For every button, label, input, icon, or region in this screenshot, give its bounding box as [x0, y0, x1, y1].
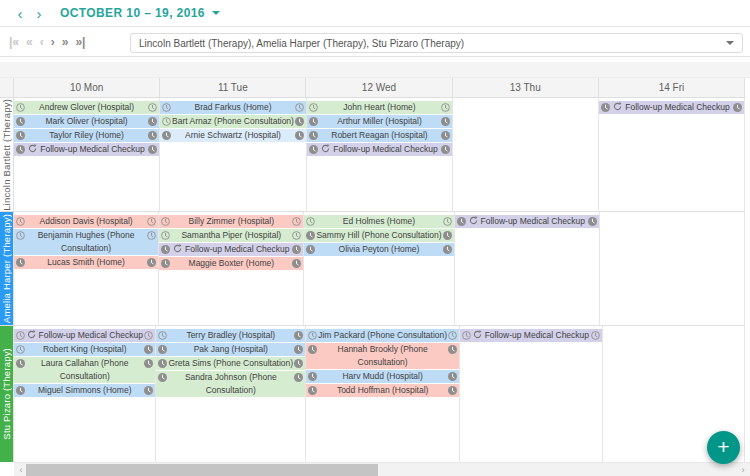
day-cell[interactable]: John Heart (Home)Arthur Miller (Hospital…	[307, 98, 453, 211]
appointment[interactable]: Todd Hoffman (Hospital)	[306, 384, 459, 397]
day-cell[interactable]: Follow-up Medical Checkup	[455, 212, 600, 325]
clock-filled-icon	[16, 131, 25, 140]
appointment[interactable]: Maggie Boxter (Home)	[159, 257, 303, 270]
prev-period-icon[interactable]: ‹	[13, 6, 27, 21]
day-cell[interactable]: Brad Farkus (Home)Bart Arnaz (Phone Cons…	[160, 98, 307, 211]
recurrence-icon	[613, 102, 622, 111]
appointment-title: Samantha Piper (Hospital)	[181, 230, 281, 240]
appointment[interactable]: Samantha Piper (Hospital)	[159, 229, 303, 242]
appointment[interactable]: Robert King (Hospital)	[14, 343, 155, 356]
clock-outline-icon	[162, 117, 171, 126]
appointment[interactable]: Taylor Riley (Home)	[14, 129, 159, 142]
appointment[interactable]: Follow-up Medical Checkup	[14, 143, 159, 156]
appointment[interactable]: Laura Callahan (Phone Consultation)	[14, 357, 155, 383]
day-cell[interactable]	[600, 212, 745, 325]
clock-filled-icon	[441, 145, 450, 154]
groups: Lincoln Bartlett (Therapy)Andrew Glover …	[0, 98, 745, 462]
appointment[interactable]: Terry Bradley (Hospital)	[156, 329, 305, 342]
appointment-title: Follow-up Medical Checkup	[473, 330, 589, 340]
appointment[interactable]: Ed Holmes (Home)	[304, 215, 453, 228]
appointment-title: Brad Farkus (Home)	[194, 102, 271, 112]
appointment[interactable]: Arnie Schwartz (Hospital)	[160, 129, 306, 142]
recurrence-icon	[173, 244, 182, 253]
clock-outline-icon	[147, 231, 156, 240]
appointment[interactable]: Bart Arnaz (Phone Consultation)	[160, 115, 306, 128]
appointment-title: Taylor Riley (Home)	[49, 130, 124, 140]
clock-outline-icon	[16, 103, 25, 112]
appointment[interactable]: Lucas Smith (Home)	[14, 256, 158, 269]
appointment[interactable]: Addison Davis (Hospital)	[14, 215, 158, 228]
clock-outline-icon	[292, 231, 301, 240]
appointment-title: Mark Oliver (Hospital)	[45, 116, 127, 126]
appointment[interactable]: Miguel Simmons (Home)	[14, 384, 155, 397]
pager-last-button[interactable]: »|	[75, 36, 85, 48]
appointment[interactable]: Benjamin Hughes (Phone Consultation)	[14, 229, 158, 255]
add-appointment-button[interactable]: +	[707, 431, 740, 464]
clock-outline-icon	[292, 217, 301, 226]
appointment[interactable]: Greta Sims (Phone Consultation)	[156, 357, 305, 370]
next-period-icon[interactable]: ›	[32, 6, 46, 21]
clock-filled-icon	[16, 258, 25, 267]
scroll-right-icon[interactable]: ›	[737, 464, 749, 476]
day-cell[interactable]: Ed Holmes (Home)Sammy Hill (Phone Consul…	[304, 212, 454, 325]
pager-next-button[interactable]: ›	[51, 36, 55, 48]
day-cell[interactable]: Follow-up Medical CheckupRobert King (Ho…	[14, 326, 156, 462]
day-cell[interactable]: Follow-up Medical Checkup	[460, 326, 602, 462]
date-header-row: 10 Mon11 Tue12 Wed13 Thu14 Fri	[0, 78, 745, 98]
appointment-title: Follow-up Medical Checkup	[613, 102, 729, 112]
appointment[interactable]: John Heart (Home)	[307, 101, 452, 114]
appointment[interactable]: Hannah Brookly (Phone Consultation)	[306, 343, 459, 369]
appointment-title: Benjamin Hughes (Phone Consultation)	[38, 230, 135, 253]
pager-next-chunk-button[interactable]: »	[62, 36, 69, 48]
appointment-title: Addison Davis (Hospital)	[40, 216, 133, 226]
scrollbar-track[interactable]: ‹ ›	[14, 462, 750, 476]
recurrence-icon	[28, 144, 37, 153]
clock-outline-icon	[16, 217, 25, 226]
clock-filled-icon	[441, 131, 450, 140]
appointment[interactable]: Follow-up Medical Checkup	[14, 329, 155, 342]
day-cell[interactable]: Andrew Glover (Hospital)Mark Oliver (Hos…	[14, 98, 160, 211]
day-cell[interactable]	[453, 98, 599, 211]
clock-filled-icon	[148, 145, 157, 154]
chevron-down-icon[interactable]	[212, 11, 220, 15]
recurrence-icon	[27, 330, 36, 339]
day-cell[interactable]: Follow-up Medical Checkup	[599, 98, 745, 211]
appointment[interactable]: Jim Packard (Phone Consultation)	[306, 329, 459, 342]
appointment-title: Bart Arnaz (Phone Consultation)	[172, 116, 294, 126]
clock-filled-icon	[448, 372, 457, 381]
appointment[interactable]: Sandra Johnson (Phone Consultation)	[156, 371, 305, 397]
clock-filled-icon	[306, 231, 315, 240]
pager-first-button: |«	[9, 36, 19, 48]
day-cell[interactable]: Addison Davis (Hospital)Benjamin Hughes …	[14, 212, 159, 325]
appointment[interactable]: Arthur Miller (Hospital)	[307, 115, 452, 128]
resource-filter-select[interactable]: Lincoln Bartlett (Therapy), Amelia Harpe…	[130, 33, 743, 53]
day-cell[interactable]: Terry Bradley (Hospital)Pak Jang (Hospit…	[156, 326, 306, 462]
appointment[interactable]: Mark Oliver (Hospital)	[14, 115, 159, 128]
appointment[interactable]: Brad Farkus (Home)	[160, 101, 306, 114]
appointment-title: Follow-up Medical Checkup	[28, 144, 144, 154]
appointment[interactable]: Follow-up Medical Checkup	[159, 243, 303, 256]
appointment[interactable]: Olivia Peyton (Home)	[304, 243, 453, 256]
date-range-title[interactable]: OCTOBER 10 – 19, 2016	[60, 6, 205, 20]
scrollbar-thumb[interactable]	[26, 464, 378, 476]
appointment-title: John Heart (Home)	[343, 102, 415, 112]
clock-outline-icon	[161, 217, 170, 226]
appointment[interactable]: Follow-up Medical Checkup	[307, 143, 452, 156]
clock-filled-icon	[308, 372, 317, 381]
clock-filled-icon	[16, 386, 25, 395]
appointment[interactable]: Follow-up Medical Checkup	[599, 101, 744, 114]
appointment[interactable]: Pak Jang (Hospital)	[156, 343, 305, 356]
appointment[interactable]: Sammy Hill (Phone Consultation)	[304, 229, 453, 242]
appointment[interactable]: Follow-up Medical Checkup	[455, 215, 599, 228]
chevron-down-icon	[726, 41, 734, 45]
appointment[interactable]: Billy Zimmer (Hospital)	[159, 215, 303, 228]
day-cell[interactable]: Billy Zimmer (Hospital)Samantha Piper (H…	[159, 212, 304, 325]
day-cell[interactable]: Jim Packard (Phone Consultation)Hannah B…	[306, 326, 460, 462]
appointment[interactable]: Harv Mudd (Hospital)	[306, 370, 459, 383]
appointment-title: Follow-up Medical Checkup	[27, 330, 143, 340]
appointment-title: Lucas Smith (Home)	[47, 257, 124, 267]
appointment[interactable]: Follow-up Medical Checkup	[460, 329, 601, 342]
appointment[interactable]: Andrew Glover (Hospital)	[14, 101, 159, 114]
clock-outline-icon	[148, 103, 157, 112]
appointment[interactable]: Robert Reagan (Hospital)	[307, 129, 452, 142]
